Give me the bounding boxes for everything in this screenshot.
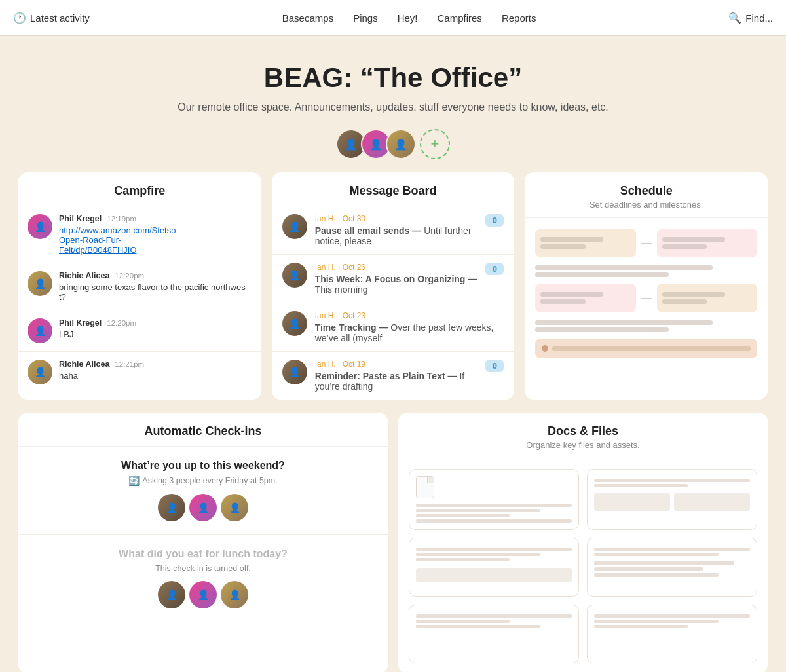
campfire-header: Campfire bbox=[18, 172, 261, 206]
avatar: 👤 bbox=[189, 494, 217, 521]
list-item[interactable]: 👤 Ian H. · Oct 23 Time Tracking — Over t… bbox=[272, 303, 515, 352]
dash-icon: — bbox=[641, 237, 652, 249]
table-row: 👤 Phil Kregel 12:19pm http://www.amazon.… bbox=[18, 206, 261, 263]
nav-hey[interactable]: Hey! bbox=[398, 12, 418, 24]
checkin-item: What did you eat for lunch today? This c… bbox=[18, 535, 388, 622]
schedule-block bbox=[535, 229, 635, 257]
sender-name: Richie Alicea bbox=[59, 360, 109, 369]
schedule-lines bbox=[535, 265, 757, 277]
message-time: 12:20pm bbox=[107, 319, 136, 327]
doc-tile[interactable] bbox=[587, 605, 757, 663]
message-board-title: Message Board bbox=[282, 184, 504, 198]
message-text: bringing some texas flavor to the pacifi… bbox=[59, 282, 252, 302]
sender-name: Richie Alicea bbox=[59, 271, 109, 280]
latest-activity-nav[interactable]: 🕐 Latest activity bbox=[13, 12, 103, 24]
schedule-subtitle: Set deadlines and milestones. bbox=[535, 200, 757, 210]
comment-count-badge: 0 bbox=[485, 214, 504, 227]
avatar: 👤 bbox=[189, 581, 217, 608]
avatar: 👤 bbox=[282, 263, 307, 288]
schedule-header: Schedule Set deadlines and milestones. bbox=[525, 172, 768, 218]
post-content: Ian H. · Oct 26 This Week: A Focus on Or… bbox=[315, 263, 478, 295]
nav-basecamps[interactable]: Basecamps bbox=[282, 12, 333, 24]
navigation: 🕐 Latest activity Basecamps Pings Hey! C… bbox=[0, 0, 786, 36]
message-time: 12:20pm bbox=[115, 272, 144, 280]
list-item[interactable]: 👤 Ian H. · Oct 19 Reminder: Paste as Pla… bbox=[272, 352, 515, 400]
schedule-block bbox=[657, 229, 757, 257]
avatar: 👤 bbox=[221, 494, 248, 521]
avatar: 👤 bbox=[282, 214, 307, 239]
post-meta: Ian H. · Oct 23 bbox=[315, 311, 504, 320]
refresh-icon: 🔄 bbox=[128, 476, 140, 486]
message-time: 12:19pm bbox=[107, 215, 136, 223]
post-content: Ian H. · Oct 19 Reminder: Paste as Plain… bbox=[315, 360, 478, 392]
doc-tile[interactable] bbox=[409, 469, 579, 530]
avatar: 👤 bbox=[158, 581, 185, 608]
message-content: Phil Kregel 12:20pm LBJ bbox=[59, 318, 252, 343]
avatar: 👤 bbox=[221, 581, 248, 608]
nav-campfires[interactable]: Campfires bbox=[438, 12, 482, 24]
list-item[interactable]: 👤 Ian H. · Oct 26 This Week: A Focus on … bbox=[272, 255, 515, 303]
table-row: 👤 Richie Alicea 12:21pm haha bbox=[18, 352, 261, 392]
nav-pings[interactable]: Pings bbox=[353, 12, 378, 24]
message-text: haha bbox=[59, 371, 252, 381]
avatar: 👤 bbox=[28, 360, 52, 384]
post-meta: Ian H. · Oct 30 bbox=[315, 214, 478, 223]
checkin-item: What’re you up to this weekend? 🔄 Asking… bbox=[18, 447, 388, 535]
list-item[interactable]: 👤 Ian H. · Oct 30 Pause all email sends … bbox=[272, 206, 515, 255]
add-member-button[interactable]: + bbox=[420, 129, 450, 159]
schedule-row: — bbox=[535, 284, 757, 312]
checkins-card: Automatic Check-ins What’re you up to th… bbox=[18, 413, 388, 672]
docs-body bbox=[398, 458, 768, 672]
comment-count-badge: 0 bbox=[485, 263, 504, 275]
avatar: 👤 bbox=[28, 271, 52, 296]
message-board-header: Message Board bbox=[272, 172, 515, 206]
checkin-avatars: 👤 👤 👤 bbox=[34, 494, 372, 521]
nav-links: Basecamps Pings Hey! Campfires Reports bbox=[103, 12, 715, 24]
avatar: 👤 bbox=[158, 494, 185, 521]
post-content: Ian H. · Oct 23 Time Tracking — Over the… bbox=[315, 311, 504, 343]
message-text: LBJ bbox=[59, 329, 252, 339]
avatar: 👤 bbox=[282, 360, 307, 384]
table-row: 👤 Richie Alicea 12:20pm bringing some te… bbox=[18, 263, 261, 310]
message-link[interactable]: http://www.amazon.com/StetsoOpen-Road-Fu… bbox=[59, 225, 176, 255]
avatar: 👤 bbox=[28, 214, 52, 239]
schedule-block bbox=[535, 284, 635, 312]
post-title: Reminder: Paste as Plain Text — If you’r… bbox=[315, 371, 478, 392]
post-content: Ian H. · Oct 30 Pause all email sends — … bbox=[315, 214, 478, 246]
docs-subtitle: Organize key files and assets. bbox=[409, 440, 757, 450]
checkins-title: Automatic Check-ins bbox=[29, 424, 377, 438]
schedule-lines bbox=[535, 320, 757, 332]
message-content: Richie Alicea 12:20pm bringing some texa… bbox=[59, 271, 252, 302]
message-content: Phil Kregel 12:19pm http://www.amazon.co… bbox=[59, 214, 252, 255]
nav-reports[interactable]: Reports bbox=[502, 12, 536, 24]
checkin-schedule: This check-in is turned off. bbox=[34, 564, 372, 573]
dash-icon: — bbox=[641, 292, 652, 304]
schedule-row: — bbox=[535, 229, 757, 257]
campfire-messages: 👤 Phil Kregel 12:19pm http://www.amazon.… bbox=[18, 206, 261, 392]
doc-tile[interactable] bbox=[587, 469, 757, 530]
member-avatars: 👤 👤 👤 + bbox=[13, 129, 773, 159]
campfire-card: Campfire 👤 Phil Kregel 12:19pm http://ww… bbox=[18, 172, 261, 400]
project-subtitle: Our remote office space. Announcements, … bbox=[13, 102, 773, 113]
schedule-block bbox=[657, 284, 757, 312]
sender-name: Phil Kregel bbox=[59, 214, 102, 223]
sender-name: Phil Kregel bbox=[59, 318, 102, 327]
latest-activity-label: Latest activity bbox=[30, 12, 90, 24]
avatar: 👤 bbox=[28, 318, 52, 343]
schedule-placeholder: — — bbox=[525, 218, 768, 369]
hero-section: BEAG: “The Office” Our remote office spa… bbox=[0, 36, 786, 172]
avatar: 👤 bbox=[282, 311, 307, 336]
docs-card: Docs & Files Organize key files and asse… bbox=[398, 413, 768, 672]
schedule-bottom-bar bbox=[535, 339, 757, 358]
doc-tile[interactable] bbox=[409, 605, 579, 663]
doc-tile[interactable] bbox=[587, 538, 757, 597]
doc-tile[interactable] bbox=[409, 538, 579, 597]
message-board-card: Message Board 👤 Ian H. · Oct 30 Pause al… bbox=[272, 172, 515, 400]
post-title: Pause all email sends — Until further no… bbox=[315, 225, 478, 246]
table-row: 👤 Phil Kregel 12:20pm LBJ bbox=[18, 310, 261, 352]
campfire-title: Campfire bbox=[29, 184, 251, 198]
checkins-body: What’re you up to this weekend? 🔄 Asking… bbox=[18, 447, 388, 622]
avatar-3[interactable]: 👤 bbox=[386, 129, 416, 159]
checkins-header: Automatic Check-ins bbox=[18, 413, 388, 447]
find-nav[interactable]: 🔍 Find... bbox=[715, 12, 773, 24]
